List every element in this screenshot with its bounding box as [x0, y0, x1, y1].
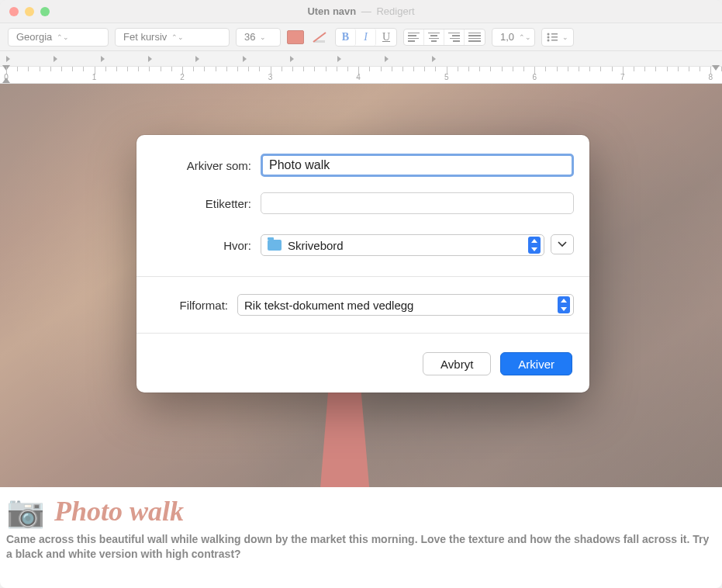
- list-icon: [547, 33, 558, 42]
- align-center-button[interactable]: [424, 29, 444, 45]
- document-body-text[interactable]: Came across this beautiful wall while wa…: [0, 531, 722, 563]
- svg-rect-7: [551, 40, 558, 41]
- dialog-actions: Avbryt Arkiver: [136, 340, 589, 393]
- document-status: Redigert: [376, 5, 414, 17]
- align-left-button[interactable]: [404, 29, 424, 45]
- italic-button[interactable]: I: [356, 29, 376, 46]
- where-label: Hvor:: [152, 239, 261, 252]
- tab-stop-icon: [243, 56, 247, 62]
- tab-stop-icon: [290, 56, 294, 62]
- chevron-updown-icon: ⌃⌄: [171, 33, 184, 41]
- tab-stop-icon: [148, 56, 152, 62]
- window-title: Uten navn — Redigert: [0, 5, 722, 17]
- chevron-down-icon: ⌄: [562, 33, 568, 41]
- window-controls: [0, 7, 50, 16]
- font-style-dropdown[interactable]: Fet kursiv ⌃⌄: [115, 28, 230, 47]
- save-as-label: Arkiver som:: [152, 159, 261, 172]
- zoom-window-button[interactable]: [40, 7, 50, 16]
- save-as-input[interactable]: [261, 154, 574, 177]
- tab-stop-icon: [337, 56, 341, 62]
- list-style-dropdown[interactable]: ⌄: [541, 28, 574, 47]
- chevron-down-icon: ⌄: [260, 33, 266, 41]
- tags-input[interactable]: [261, 192, 574, 214]
- bold-button[interactable]: B: [336, 29, 356, 46]
- app-window: Uten navn — Redigert Georgia ⌃⌄ Fet kurs…: [0, 0, 722, 588]
- chevron-down-icon: [558, 241, 567, 247]
- titlebar: Uten navn — Redigert: [0, 0, 722, 23]
- chevron-updown-icon: ⌃⌄: [519, 33, 531, 41]
- tab-stop-icon: [54, 56, 57, 62]
- strikethrough-color-icon[interactable]: [310, 29, 329, 45]
- document-name: Uten navn: [307, 5, 356, 17]
- right-indent-marker[interactable]: [712, 65, 720, 71]
- save-button[interactable]: Arkiver: [500, 352, 572, 375]
- cancel-button[interactable]: Avbryt: [423, 352, 491, 375]
- separator: [136, 333, 589, 334]
- align-right-button[interactable]: [444, 29, 465, 45]
- stepper-icon: [528, 237, 541, 254]
- horizontal-ruler[interactable]: 012345678: [0, 67, 722, 84]
- svg-point-4: [548, 36, 550, 38]
- file-format-dropdown[interactable]: Rik tekst-dokument med vedlegg: [237, 294, 574, 316]
- align-justify-button[interactable]: [465, 29, 485, 45]
- text-style-group: B I U: [335, 28, 397, 47]
- document-heading-row: 📷 Photo walk: [0, 487, 722, 531]
- tab-stop-icon: [432, 56, 436, 62]
- file-format-label: Filformat:: [152, 299, 237, 312]
- svg-rect-3: [551, 33, 558, 35]
- stepper-icon: [558, 296, 570, 313]
- expand-dialog-button[interactable]: [551, 234, 574, 254]
- save-dialog: Arkiver som: Etiketter: Hvor: Skrivebord: [136, 135, 589, 393]
- text-color-swatch[interactable]: [287, 30, 304, 44]
- font-size-dropdown[interactable]: 36 ⌄: [236, 28, 281, 47]
- svg-point-6: [548, 39, 550, 41]
- alignment-group: [403, 29, 485, 46]
- chevron-updown-icon: ⌃⌄: [57, 33, 69, 41]
- formatting-toolbar: Georgia ⌃⌄ Fet kursiv ⌃⌄ 36 ⌄ B I U 1,0: [0, 23, 722, 51]
- line-spacing-dropdown[interactable]: 1,0 ⌃⌄: [492, 28, 535, 47]
- tab-stop-icon: [6, 56, 10, 62]
- svg-rect-5: [551, 36, 558, 38]
- underline-button[interactable]: U: [376, 29, 396, 46]
- separator: [136, 276, 589, 277]
- minimize-window-button[interactable]: [25, 7, 34, 16]
- tab-stop-icon: [195, 56, 199, 62]
- tags-label: Etiketter:: [152, 197, 261, 210]
- document-title[interactable]: Photo walk: [54, 495, 184, 527]
- close-window-button[interactable]: [9, 7, 19, 16]
- tab-stops-strip[interactable]: [0, 51, 722, 67]
- tab-stop-icon: [101, 56, 105, 62]
- tab-stop-icon: [385, 56, 389, 62]
- font-family-dropdown[interactable]: Georgia ⌃⌄: [8, 28, 109, 47]
- folder-icon: [268, 240, 282, 251]
- camera-emoji-icon: 📷: [6, 496, 45, 527]
- where-location-dropdown[interactable]: Skrivebord: [261, 234, 544, 256]
- svg-point-2: [548, 33, 550, 35]
